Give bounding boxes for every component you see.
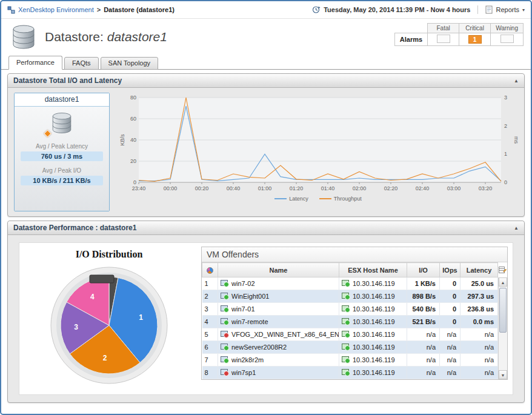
row-index: 5 bbox=[202, 328, 218, 341]
latency-label: Avg / Peak Latency bbox=[15, 143, 109, 150]
pie-dark-label bbox=[90, 275, 114, 283]
vm-table-row[interactable]: 3win7-0110.30.146.119540 B/s0236.8 us bbox=[202, 303, 498, 316]
pie-chart-title: I/O Distribution bbox=[24, 249, 194, 260]
line-chart-svg: 020406080012323:4000:0000:2000:4001:0001… bbox=[118, 93, 518, 194]
vm-name-cell: win7sp1 bbox=[218, 367, 339, 379]
table-scrollbar[interactable]: ▲ ▼ bbox=[498, 277, 507, 379]
time-range-icon bbox=[312, 5, 321, 14]
critical-count-box[interactable]: 1 bbox=[468, 35, 482, 44]
fatal-count-box[interactable] bbox=[437, 35, 450, 43]
vm-table-row[interactable]: 2WinEight00110.30.146.119898 B/s0297.3 u… bbox=[202, 290, 498, 303]
row-index: 7 bbox=[202, 354, 218, 367]
esx-host-cell: 10.30.146.119 bbox=[339, 328, 407, 341]
row-index: 3 bbox=[202, 303, 218, 316]
vm-name-cell: win7-01 bbox=[218, 303, 339, 316]
esx-host-name[interactable]: 10.30.146.119 bbox=[353, 344, 395, 351]
vm-iops-value: 0 bbox=[440, 316, 461, 328]
vm-col-iops[interactable]: IOps bbox=[440, 263, 461, 277]
vm-name-cell: WinEight001 bbox=[218, 290, 339, 303]
tab-faqts[interactable]: FAQts bbox=[64, 57, 99, 70]
vm-table-row[interactable]: 7win2k8r2m10.30.146.119n/an/an/a bbox=[202, 354, 498, 367]
vm-offenders: VM Offenders NameESX Host NameI/OIOpsLat… bbox=[201, 247, 508, 380]
svg-text:00:00: 00:00 bbox=[164, 185, 178, 191]
vm-io-value: n/a bbox=[407, 354, 440, 367]
vm-name[interactable]: win7-01 bbox=[231, 305, 255, 313]
vm-table-row[interactable]: 8win7sp110.30.146.119n/an/an/a bbox=[202, 367, 498, 379]
esx-host-cell: 10.30.146.119 bbox=[339, 290, 407, 303]
vm-name-cell: win7-02 bbox=[218, 277, 339, 290]
alarms-blank-cell bbox=[394, 24, 427, 33]
vm-name[interactable]: VFOG_XD_WIN8_ENT_x86_64_EN bbox=[231, 331, 339, 338]
esx-host-name[interactable]: 10.30.146.119 bbox=[353, 318, 395, 325]
topbar-right: Tuesday, May 20, 2014 11:39 PM - Now 4 h… bbox=[312, 5, 525, 14]
legend-line-sample bbox=[319, 198, 331, 199]
esx-host-cell: 10.30.146.119 bbox=[339, 354, 407, 367]
vm-iops-value: n/a bbox=[440, 341, 461, 354]
svg-text:02:00: 02:00 bbox=[353, 185, 367, 191]
warning-count-box[interactable] bbox=[500, 35, 514, 43]
chart-legend: LatencyThroughput bbox=[274, 196, 362, 202]
collapse-icon[interactable]: ▲ bbox=[514, 78, 519, 84]
vm-name[interactable]: win7sp1 bbox=[231, 369, 256, 376]
esx-host-cell: 10.30.146.119 bbox=[339, 303, 407, 316]
vm-col-latency[interactable]: Latency bbox=[461, 263, 498, 277]
chevron-down-icon[interactable]: ▾ bbox=[522, 7, 525, 13]
svg-text:01:00: 01:00 bbox=[258, 185, 272, 191]
tab-san-topology[interactable]: SAN Topology bbox=[101, 57, 159, 70]
vm-latency-value: 297.3 us bbox=[461, 290, 498, 303]
vm-col-esx-host-name[interactable]: ESX Host Name bbox=[339, 263, 407, 277]
esx-host-name[interactable]: 10.30.146.119 bbox=[353, 293, 395, 300]
panel-io-header: Datastore Total I/O and Latency ▲ bbox=[8, 74, 524, 88]
svg-text:4: 4 bbox=[90, 293, 95, 301]
datastore-card[interactable]: datastore1 Avg / Peak bbox=[14, 93, 110, 211]
row-index: 8 bbox=[202, 367, 218, 379]
topbar-divider bbox=[477, 5, 478, 14]
vm-name[interactable]: WinEight001 bbox=[231, 293, 269, 300]
vm-name-cell: win7-remote bbox=[218, 316, 339, 328]
latency-value: 760 us / 3 ms bbox=[21, 151, 103, 161]
vm-name[interactable]: newServer2008R2 bbox=[231, 344, 287, 351]
vm-table-row[interactable]: 1win7-0210.30.146.1191 KB/s025.0 us bbox=[202, 277, 498, 290]
svg-text:23:40: 23:40 bbox=[132, 185, 146, 191]
vm-name[interactable]: win2k8r2m bbox=[231, 356, 264, 364]
alarms-col-warning: Warning bbox=[491, 24, 524, 33]
vm-table-row[interactable]: 4win7-remote10.30.146.119521 B/s00.0 ms bbox=[202, 316, 498, 328]
alarms-col-fatal: Fatal bbox=[428, 24, 459, 33]
datastore-card-icon-wrap bbox=[48, 111, 76, 137]
esx-host-name[interactable]: 10.30.146.119 bbox=[353, 356, 395, 364]
esx-host-name[interactable]: 10.30.146.119 bbox=[353, 305, 395, 313]
reports-menu[interactable]: Reports bbox=[496, 6, 519, 13]
vm-table-row[interactable]: 5VFOG_XD_WIN8_ENT_x86_64_EN10.30.146.119… bbox=[202, 328, 498, 341]
panel-perf-title: Datastore Performance : datastore1 bbox=[13, 224, 136, 232]
vm-table-row[interactable]: 6newServer2008R210.30.146.119n/an/an/a bbox=[202, 341, 498, 354]
vm-io-value: 898 B/s bbox=[407, 290, 440, 303]
scroll-up-icon[interactable]: ▲ bbox=[499, 277, 507, 287]
page-title-name: datastore1 bbox=[107, 30, 167, 44]
esx-host-name[interactable]: 10.30.146.119 bbox=[353, 331, 395, 338]
vm-iops-value: n/a bbox=[440, 354, 461, 367]
breadcrumb-root-link[interactable]: XenDesktop Environment bbox=[18, 6, 94, 13]
time-range-control[interactable]: Tuesday, May 20, 2014 11:39 PM - Now 4 h… bbox=[324, 6, 470, 13]
svg-text:02:40: 02:40 bbox=[416, 185, 430, 191]
breadcrumb: XenDesktop Environment > Datastore (data… bbox=[7, 6, 175, 14]
esx-host-icon bbox=[342, 280, 350, 287]
vm-col-name[interactable]: Name bbox=[218, 263, 339, 277]
vm-iops-value: n/a bbox=[440, 328, 461, 341]
esx-host-name[interactable]: 10.30.146.119 bbox=[353, 280, 395, 287]
svg-text:40: 40 bbox=[130, 137, 136, 143]
svg-text:03:00: 03:00 bbox=[447, 185, 461, 191]
scroll-down-icon[interactable]: ▼ bbox=[499, 370, 507, 379]
vm-col-i-o[interactable]: I/O bbox=[407, 263, 440, 277]
topbar: XenDesktop Environment > Datastore (data… bbox=[1, 1, 531, 19]
vm-name[interactable]: win7-02 bbox=[231, 280, 255, 287]
table-customizer-icon[interactable] bbox=[499, 265, 507, 276]
esx-host-name[interactable]: 10.30.146.119 bbox=[353, 369, 395, 376]
scrollbar-thumb[interactable] bbox=[499, 288, 507, 333]
collapse-icon[interactable]: ▲ bbox=[514, 225, 519, 231]
vm-name[interactable]: win7-remote bbox=[231, 318, 268, 325]
esx-host-cell: 10.30.146.119 bbox=[339, 367, 407, 379]
tab-performance[interactable]: Performance bbox=[8, 56, 62, 70]
row-index: 1 bbox=[202, 277, 218, 290]
pie-column-header[interactable] bbox=[202, 263, 218, 277]
breadcrumb-current: Datastore (datastore1) bbox=[104, 6, 175, 13]
